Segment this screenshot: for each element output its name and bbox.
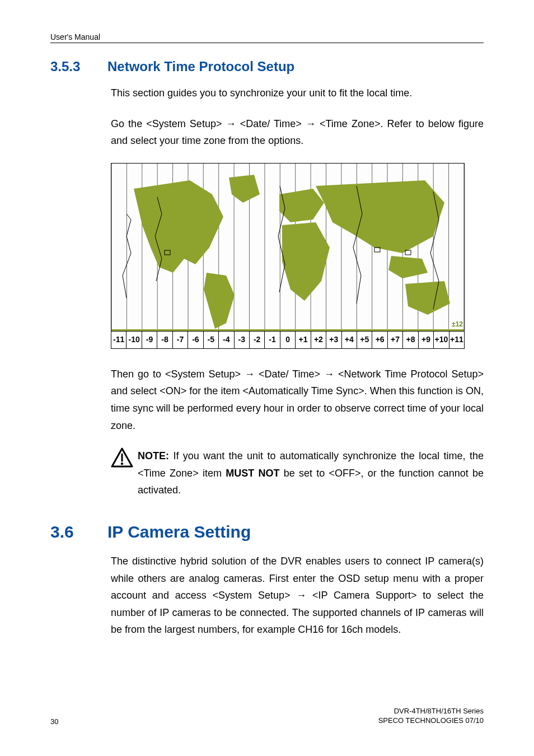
arrow-icon: → xyxy=(306,118,316,129)
arrow-icon: → xyxy=(245,368,255,380)
text-run: Then go to <System Setup> xyxy=(111,368,245,380)
heading-number: 3.5.3 xyxy=(50,59,107,74)
footer-right: DVR-4TH/8TH/16TH Series SPECO TECHNOLOGI… xyxy=(378,706,484,726)
footer-line1: DVR-4TH/8TH/16TH Series xyxy=(378,706,484,716)
paragraph: Then go to <System Setup> → <Date/ Time>… xyxy=(111,366,484,434)
tz-offset-cell: +10 xyxy=(434,332,449,348)
heading-title: Network Time Protocol Setup xyxy=(107,59,294,74)
tz-offset-cell: -6 xyxy=(188,332,203,348)
note-text: NOTE: If you want the unit to automatica… xyxy=(138,447,484,499)
paragraph: Go the <System Setup> → <Date/ Time> → <… xyxy=(111,115,484,150)
tz-offset-cell: +6 xyxy=(372,332,387,348)
paragraph: This section guides you to synchronize y… xyxy=(111,85,484,102)
tz-offset-cell: -7 xyxy=(173,332,188,348)
tz-offset-cell: -8 xyxy=(157,332,172,348)
tz-corner-tag: ±12 xyxy=(452,319,463,330)
tz-offset-cell: -11 xyxy=(111,332,127,348)
arrow-icon: → xyxy=(296,590,306,601)
paragraph: The distinctive hybrid solution of the D… xyxy=(111,553,484,638)
tz-offset-cell: +1 xyxy=(296,332,311,348)
tz-offset-cell: +5 xyxy=(357,332,372,348)
tz-offset-cell: -5 xyxy=(204,332,219,348)
tz-offset-cell: 0 xyxy=(280,332,296,348)
tz-offset-cell: +3 xyxy=(326,332,341,348)
tz-offset-cell: -3 xyxy=(235,332,250,348)
heading-3-6: 3.6IP Camera Setting xyxy=(50,522,484,542)
warning-icon xyxy=(111,447,133,469)
tz-offset-cell: +9 xyxy=(419,332,434,348)
section-body: The distinctive hybrid solution of the D… xyxy=(111,553,484,638)
tz-offset-cell: -4 xyxy=(219,332,234,348)
tz-offset-cell: +4 xyxy=(342,332,357,348)
heading-title: IP Camera Setting xyxy=(107,522,251,541)
arrow-icon: → xyxy=(226,118,236,129)
tz-offset-cell: -9 xyxy=(142,332,157,348)
heading-3-5-3: 3.5.3Network Time Protocol Setup xyxy=(50,59,484,74)
note-label: NOTE: xyxy=(138,450,169,461)
text-run: <Date/ Time> xyxy=(255,368,324,380)
tz-offset-cell: -1 xyxy=(265,332,280,348)
text-run: <Date/ Time> xyxy=(236,118,306,129)
svg-point-29 xyxy=(121,463,123,465)
page-number: 30 xyxy=(50,717,58,726)
tz-offset-cell: -2 xyxy=(250,332,265,348)
arrow-icon: → xyxy=(324,368,334,380)
tz-offset-cell: +11 xyxy=(449,332,464,348)
section-body: This section guides you to synchronize y… xyxy=(111,85,484,434)
tz-offset-cell: -10 xyxy=(127,332,142,348)
timezone-offset-strip: -11-10-9-8-7-6-5-4-3-2-10+1+2+3+4+5+6+7+… xyxy=(111,331,464,348)
timezone-map: ±12 -11-10-9-8-7-6-5-4-3-2-10+1+2+3+4+5+… xyxy=(111,163,484,349)
tz-offset-cell: +2 xyxy=(311,332,326,348)
note-block: NOTE: If you want the unit to automatica… xyxy=(111,447,484,499)
note-mustnot: MUST NOT xyxy=(226,468,279,479)
tz-offset-cell: +7 xyxy=(388,332,403,348)
world-map-figure: ±12 -11-10-9-8-7-6-5-4-3-2-10+1+2+3+4+5+… xyxy=(111,163,465,349)
page: User's Manual 3.5.3Network Time Protocol… xyxy=(0,0,534,756)
text-run: Go the <System Setup> xyxy=(111,118,226,129)
page-footer: 30 DVR-4TH/8TH/16TH Series SPECO TECHNOL… xyxy=(50,706,484,726)
world-map-svg xyxy=(111,164,464,348)
running-header: User's Manual xyxy=(50,32,484,43)
heading-number: 3.6 xyxy=(50,522,107,542)
tz-offset-cell: +8 xyxy=(403,332,418,348)
footer-line2: SPECO TECHNOLOGIES 07/10 xyxy=(378,716,484,726)
